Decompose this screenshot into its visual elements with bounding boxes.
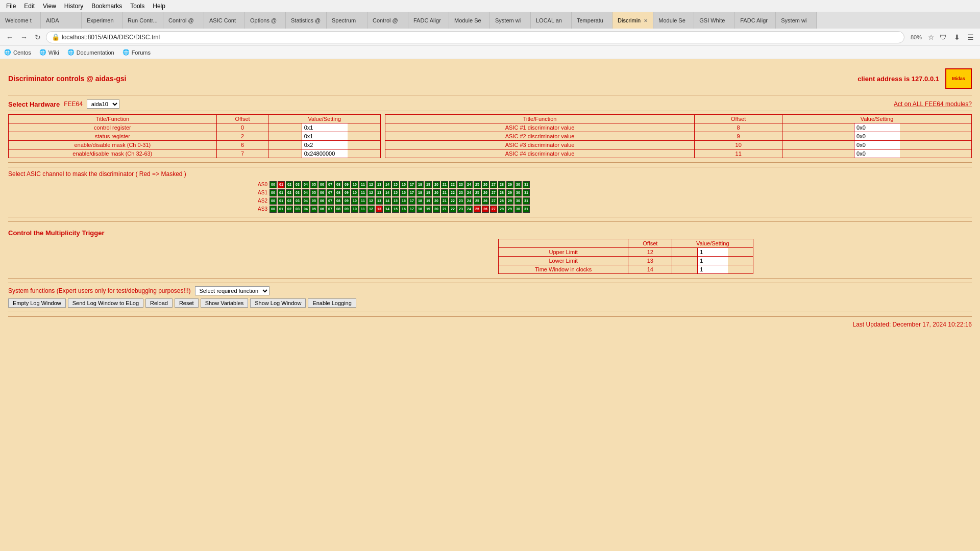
tab-2[interactable]: Experimen (82, 12, 122, 29)
menu-edit[interactable]: Edit (20, 2, 39, 11)
channel-cell-3-8[interactable]: 08 (335, 206, 342, 213)
channel-cell-3-1[interactable]: 01 (278, 206, 285, 213)
channel-cell-1-14[interactable]: 14 (384, 189, 391, 196)
channel-cell-1-0[interactable]: 00 (270, 189, 277, 196)
tab-19[interactable]: System wi (776, 12, 817, 29)
empty-log-window-button[interactable]: Empty Log Window (8, 298, 66, 308)
channel-cell-2-23[interactable]: 23 (457, 197, 464, 205)
channel-cell-0-14[interactable]: 14 (384, 181, 391, 188)
tab-9[interactable]: Control @ (368, 12, 408, 29)
channel-cell-1-4[interactable]: 04 (302, 189, 309, 196)
channel-cell-3-26[interactable]: 26 (482, 206, 489, 213)
channel-cell-1-22[interactable]: 22 (449, 189, 456, 196)
right-row-value-input-2[interactable] (854, 141, 900, 149)
channel-cell-2-29[interactable]: 29 (506, 197, 513, 205)
channel-cell-3-29[interactable]: 29 (506, 206, 513, 213)
channel-cell-2-28[interactable]: 28 (498, 197, 505, 205)
extensions-button[interactable]: 🛡 (938, 32, 949, 42)
channel-cell-0-1[interactable]: 01 (278, 181, 285, 188)
refresh-button[interactable]: ↻ (33, 32, 43, 42)
system-functions-select[interactable]: Select required function (195, 286, 270, 295)
channel-cell-0-10[interactable]: 10 (351, 181, 358, 188)
left-row-value-input-1[interactable] (302, 132, 348, 140)
mult-row-value-input-2[interactable] (697, 265, 728, 273)
tab-5[interactable]: ASIC Cont (204, 12, 245, 29)
channel-cell-2-9[interactable]: 09 (343, 197, 350, 205)
channel-cell-3-15[interactable]: 15 (392, 206, 399, 213)
channel-cell-0-8[interactable]: 08 (335, 181, 342, 188)
channel-cell-1-24[interactable]: 24 (465, 189, 473, 196)
menu-view[interactable]: View (39, 2, 60, 11)
channel-cell-3-18[interactable]: 18 (416, 206, 424, 213)
act-on-all-link[interactable]: Act on ALL FEE64 modules? (894, 101, 972, 108)
channel-cell-1-10[interactable]: 10 (351, 189, 358, 196)
right-row-value-input-3[interactable] (854, 149, 900, 158)
channel-cell-2-26[interactable]: 26 (482, 197, 489, 205)
channel-cell-0-16[interactable]: 16 (400, 181, 407, 188)
channel-cell-2-31[interactable]: 31 (523, 197, 530, 205)
channel-cell-3-25[interactable]: 25 (474, 206, 481, 213)
channel-cell-3-6[interactable]: 06 (318, 206, 326, 213)
channel-cell-2-15[interactable]: 15 (392, 197, 399, 205)
left-row-value-input-3[interactable] (302, 149, 348, 158)
channel-cell-1-13[interactable]: 13 (376, 189, 383, 196)
channel-cell-1-31[interactable]: 31 (523, 189, 530, 196)
channel-cell-1-9[interactable]: 09 (343, 189, 350, 196)
channel-cell-1-2[interactable]: 02 (286, 189, 293, 196)
hardware-select[interactable]: aida10 aida1 aida2 (87, 99, 119, 109)
channel-cell-2-11[interactable]: 11 (359, 197, 366, 205)
channel-cell-0-15[interactable]: 15 (392, 181, 399, 188)
channel-cell-1-1[interactable]: 01 (278, 189, 285, 196)
channel-cell-3-20[interactable]: 20 (433, 206, 440, 213)
channel-cell-1-11[interactable]: 11 (359, 189, 366, 196)
channel-cell-1-21[interactable]: 21 (441, 189, 448, 196)
channel-cell-0-13[interactable]: 13 (376, 181, 383, 188)
channel-cell-1-20[interactable]: 20 (433, 189, 440, 196)
channel-cell-1-15[interactable]: 15 (392, 189, 399, 196)
channel-cell-1-27[interactable]: 27 (490, 189, 497, 196)
channel-cell-2-22[interactable]: 22 (449, 197, 456, 205)
tab-14[interactable]: Temperatu (572, 12, 612, 29)
channel-cell-3-11[interactable]: 11 (359, 206, 366, 213)
menu-bookmarks[interactable]: Bookmarks (87, 2, 126, 11)
menu-history[interactable]: History (60, 2, 87, 11)
channel-cell-0-11[interactable]: 11 (359, 181, 366, 188)
channel-cell-3-19[interactable]: 19 (425, 206, 432, 213)
channel-cell-3-10[interactable]: 10 (351, 206, 358, 213)
channel-cell-0-3[interactable]: 03 (294, 181, 301, 188)
bookmark-centos[interactable]: 🌐 Centos (4, 49, 31, 56)
channel-cell-0-5[interactable]: 05 (310, 181, 317, 188)
channel-cell-3-21[interactable]: 21 (441, 206, 448, 213)
channel-cell-1-7[interactable]: 07 (327, 189, 334, 196)
channel-cell-3-13[interactable]: 13 (376, 206, 383, 213)
left-row-value-input-0[interactable] (302, 123, 348, 132)
left-row-value-input-2[interactable] (302, 141, 348, 149)
right-row-value-input-1[interactable] (854, 132, 900, 140)
tab-8[interactable]: Spectrum (327, 12, 368, 29)
right-row-value-input-0[interactable] (854, 123, 900, 132)
reset-button[interactable]: Reset (175, 298, 199, 308)
channel-cell-0-2[interactable]: 02 (286, 181, 293, 188)
menu-file[interactable]: File (2, 2, 20, 11)
channel-cell-2-13[interactable]: 13 (376, 197, 383, 205)
channel-cell-0-31[interactable]: 31 (523, 181, 530, 188)
tab-13[interactable]: LOCAL an (531, 12, 572, 29)
tab-18[interactable]: FADC Aligr (735, 12, 776, 29)
menu-help[interactable]: Help (149, 2, 169, 11)
channel-cell-2-2[interactable]: 02 (286, 197, 293, 205)
channel-cell-0-19[interactable]: 19 (425, 181, 432, 188)
channel-cell-1-6[interactable]: 06 (318, 189, 326, 196)
channel-cell-1-26[interactable]: 26 (482, 189, 489, 196)
channel-cell-2-4[interactable]: 04 (302, 197, 309, 205)
reload-button[interactable]: Reload (145, 298, 173, 308)
tab-12[interactable]: System wi (490, 12, 531, 29)
channel-cell-3-24[interactable]: 24 (465, 206, 473, 213)
channel-cell-3-9[interactable]: 09 (343, 206, 350, 213)
bookmark-forums[interactable]: 🌐 Forums (122, 49, 151, 56)
mult-row-value-input-1[interactable] (697, 257, 728, 265)
channel-cell-3-3[interactable]: 03 (294, 206, 301, 213)
tab-6[interactable]: Options @ (245, 12, 286, 29)
channel-cell-3-16[interactable]: 16 (400, 206, 407, 213)
channel-cell-1-23[interactable]: 23 (457, 189, 464, 196)
tab-17[interactable]: GSI White (694, 12, 735, 29)
